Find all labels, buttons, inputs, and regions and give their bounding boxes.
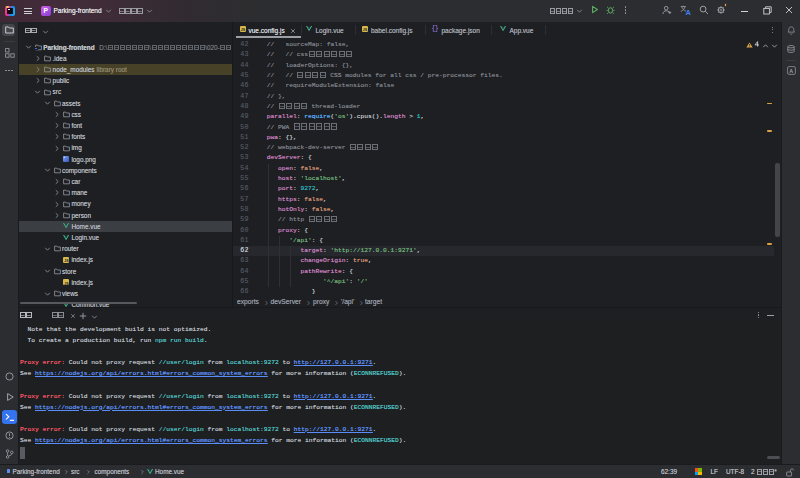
svg-text:A: A [686, 7, 691, 14]
svg-text:A: A [789, 68, 793, 74]
